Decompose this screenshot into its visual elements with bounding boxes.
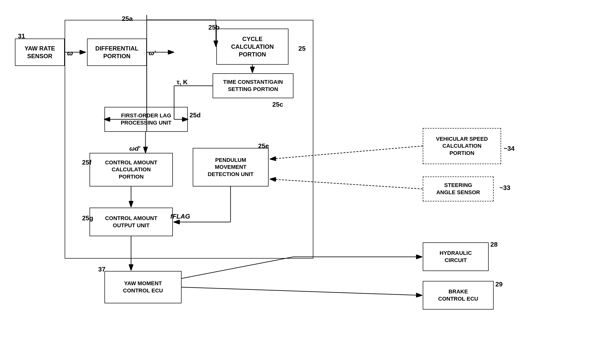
label-fflag: fFLAG (170, 213, 190, 220)
svg-line-23 (182, 257, 293, 278)
label-25a: 25a (122, 15, 133, 23)
diagram: YAW RATE SENSOR DIFFERENTIALPORTION CYCL… (0, 0, 611, 364)
label-25: 25 (298, 45, 306, 52)
svg-line-22 (182, 287, 422, 295)
label-28: 28 (490, 241, 498, 248)
label-29: 29 (495, 280, 503, 288)
label-25g: 25g (82, 214, 93, 222)
block-time-constant: TIME CONSTANT/GAINSETTING PORTION (213, 73, 293, 98)
block-control-amount-calc: CONTROL AMOUNTCALCULATIONPORTION (90, 153, 173, 186)
label-37: 37 (98, 266, 105, 273)
label-31: 31 (18, 32, 25, 40)
block-differential-portion: DIFFERENTIALPORTION (87, 39, 147, 66)
block-first-order-lag: FIRST-ORDER LAGPROCESSING UNIT (104, 107, 188, 132)
label-tau-k: τ, K (177, 78, 188, 86)
block-pendulum: PENDULUMMOVEMENTDETECTION UNIT (193, 148, 269, 186)
label-25d: 25d (189, 111, 201, 119)
label-33: ~33 (499, 184, 510, 192)
block-control-amount-output: CONTROL AMOUNTOUTPUT UNIT (90, 208, 173, 236)
label-omega-in: ω (67, 49, 73, 57)
label-25c: 25c (272, 101, 283, 108)
block-vehicular-speed: VEHICULAR SPEEDCALCULATIONPORTION (423, 128, 501, 164)
block-steering-angle: STEERINGANGLE SENSOR (423, 177, 494, 201)
label-omega-d: ωd' (129, 145, 140, 152)
block-brake-control-ecu: BRAKECONTROL ECU (423, 281, 494, 310)
block-hydraulic-circuit: HYDRAULICCIRCUIT (423, 242, 489, 271)
label-25f: 25f (82, 159, 92, 166)
block-yaw-rate-sensor: YAW RATE SENSOR (15, 39, 65, 66)
block-yaw-moment-ecu: YAW MOMENTCONTROL ECU (104, 271, 182, 303)
label-25b: 25b (208, 24, 220, 31)
block-cycle-calc: CYCLECALCULATIONPORTION (216, 29, 288, 65)
label-34: ~34 (504, 145, 515, 152)
label-omega-out: ω' (149, 49, 156, 57)
label-25e: 25e (258, 142, 269, 150)
